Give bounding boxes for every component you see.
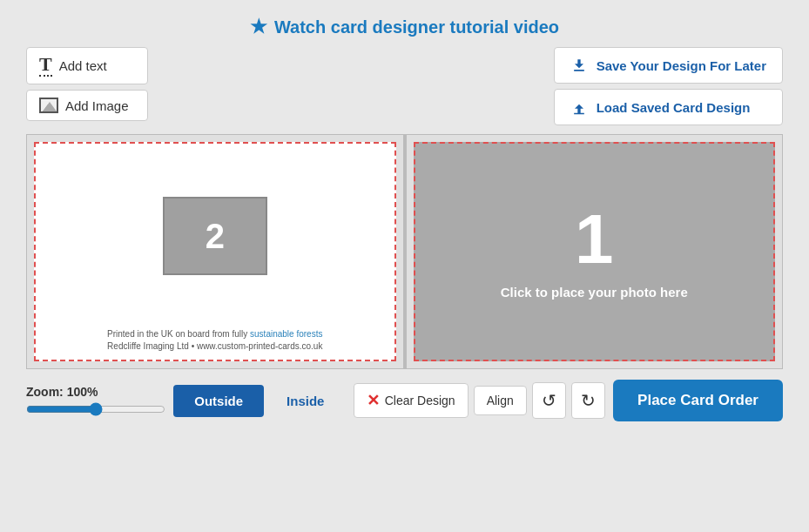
card-divider (403, 135, 407, 368)
tutorial-link-text: Watch card designer tutorial video (274, 17, 559, 37)
save-design-button[interactable]: Save Your Design For Later (554, 47, 783, 84)
left-tools: T Add text Add Image (26, 47, 148, 121)
footer-text: Printed in the UK on board from fully (107, 329, 247, 339)
header: ★ Watch card designer tutorial video (0, 0, 809, 47)
actions-bar: ✕ Clear Design Align ↺ ↻ (354, 382, 605, 419)
red-x-icon: ✕ (367, 391, 380, 410)
add-image-button[interactable]: Add Image (26, 90, 148, 121)
back-number: 2 (206, 217, 225, 256)
right-tools: Save Your Design For Later Load Saved Ca… (554, 47, 783, 125)
card-footer: Printed in the UK on board from fully su… (107, 328, 322, 360)
add-text-button[interactable]: T Add text (26, 47, 148, 84)
align-button[interactable]: Align (474, 386, 527, 415)
footer-sub: Redcliffe Imaging Ltd • www.custom-print… (107, 341, 322, 351)
star-icon: ★ (250, 16, 267, 38)
image-icon (39, 98, 58, 113)
align-label: Align (487, 394, 514, 407)
download-icon (570, 57, 588, 74)
front-click-label: Click to place your photo here (501, 285, 688, 300)
card-back: 2 Printed in the UK on board from fully … (34, 142, 396, 361)
clear-design-button[interactable]: ✕ Clear Design (354, 383, 469, 418)
tab-inside[interactable]: Inside (266, 385, 345, 417)
card-back-content: 2 (163, 144, 267, 328)
add-image-label: Add Image (65, 98, 129, 113)
place-order-button[interactable]: Place Card Order (613, 380, 783, 421)
canvas-area: 2 Printed in the UK on board from fully … (26, 134, 783, 369)
undo-button[interactable]: ↺ (532, 382, 566, 419)
add-text-label: Add text (59, 58, 107, 73)
zoom-label: Zoom: 100% (26, 385, 165, 399)
view-tabs: Outside Inside (173, 385, 345, 417)
tutorial-link[interactable]: ★ Watch card designer tutorial video (250, 16, 559, 38)
place-order-label: Place Card Order (637, 392, 758, 408)
load-design-button[interactable]: Load Saved Card Design (554, 89, 783, 125)
clear-label: Clear Design (385, 394, 455, 407)
zoom-section: Zoom: 100% (26, 385, 165, 416)
footer-link[interactable]: sustainable forests (250, 329, 322, 339)
upload-icon (570, 98, 588, 116)
front-number: 1 (575, 205, 614, 274)
undo-icon: ↺ (542, 390, 556, 411)
save-label: Save Your Design For Later (597, 58, 766, 73)
text-icon: T (39, 55, 52, 77)
back-placeholder: 2 (163, 197, 267, 275)
redo-button[interactable]: ↻ (571, 382, 605, 419)
redo-icon: ↻ (581, 390, 596, 411)
toolbar-row: T Add text Add Image Save Your Design Fo… (0, 47, 809, 125)
tab-outside[interactable]: Outside (173, 385, 264, 417)
bottom-bar: Zoom: 100% Outside Inside ✕ Clear Design… (0, 369, 809, 432)
zoom-slider[interactable] (26, 402, 165, 416)
load-label: Load Saved Card Design (597, 100, 751, 115)
card-front[interactable]: 1 Click to place your photo here (414, 142, 776, 361)
